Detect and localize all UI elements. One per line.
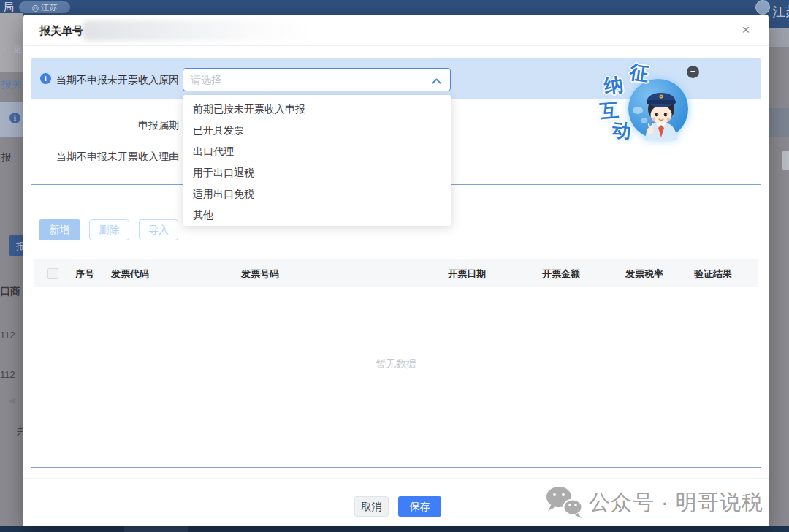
col-header-invoice-code: 发票代码 [111, 267, 149, 281]
save-button[interactable]: 保存 [398, 496, 441, 517]
empty-data-text: 暂无数据 [31, 357, 761, 370]
dropdown-option-reported-previously[interactable]: 前期已按未开票收入申报 [183, 99, 451, 120]
delete-button[interactable]: 删除 [89, 219, 129, 240]
col-header-seq: 序号 [75, 267, 94, 281]
dimmed-background-right-block [769, 28, 789, 47]
background-label-fragment: 报关 [1, 151, 12, 164]
footer-divider [23, 478, 769, 479]
background-total-fragment: 共 [17, 425, 23, 438]
title-divider [23, 45, 769, 46]
dropdown-option-invoice-issued[interactable]: 已开具发票 [183, 120, 451, 141]
region-pill: ◎ 江苏 [19, 1, 70, 13]
select-placeholder: 请选择 [191, 74, 221, 87]
dimmed-background-right-block [769, 108, 789, 137]
reason-dropdown-panel: 前期已按未开票收入申报 已开具发票 出口代理 用于出口退税 适用出口免税 其他 [183, 95, 451, 226]
background-tab-fragment: 报关单 [1, 78, 23, 91]
dropdown-option-export-tax-exempt[interactable]: 适用出口免税 [183, 183, 451, 205]
background-button-fragment: 报 [9, 235, 23, 256]
col-header-tax-rate: 发票税率 [625, 267, 663, 281]
import-button[interactable]: 导入 [139, 219, 178, 240]
mascot-char-dong: 动 [611, 117, 633, 145]
info-icon: i [9, 113, 20, 123]
info-icon: i [40, 73, 51, 84]
cancel-button[interactable]: 取消 [354, 496, 389, 517]
select-all-checkbox[interactable] [47, 268, 58, 279]
dropdown-option-export-tax-refund[interactable]: 用于出口退税 [183, 162, 451, 183]
back-link-fragment: ← 返 [1, 42, 23, 56]
background-row-value: 112 [0, 330, 15, 341]
screen: 局 ◎ 江苏 江苏 ← 返 报关单 i 报关 报 口商 112 112 ◀ 共 … [0, 0, 789, 532]
close-icon[interactable]: × [736, 20, 755, 39]
col-header-verify-result: 验证结果 [694, 267, 732, 281]
reason-select[interactable]: 请选择 [183, 68, 451, 91]
background-table-header-fragment: 口商 [0, 285, 23, 298]
add-button[interactable]: 新增 [39, 219, 80, 240]
wechat-icon [545, 485, 584, 520]
background-input-fragment [782, 151, 789, 170]
col-header-issue-date: 开票日期 [448, 267, 486, 281]
mascot-char-zheng: 征 [628, 59, 651, 87]
pagination-prev-icon: ◀ [9, 396, 15, 406]
dimmed-background-right [769, 28, 789, 526]
bottom-bar [0, 526, 789, 532]
tax-officer-mascot-icon [628, 78, 689, 140]
reason-banner-label: 当期不申报未开票收入原因 [56, 74, 179, 87]
col-header-amount: 开票金额 [542, 267, 580, 281]
col-header-invoice-number: 发票号码 [241, 267, 279, 281]
chevron-up-icon [432, 78, 441, 84]
dialog-title: 报关单号 [39, 24, 83, 38]
user-avatar-icon [755, 0, 770, 15]
mascot-minimize-button[interactable]: − [687, 66, 699, 78]
redacted-declaration-number [82, 20, 316, 41]
dropdown-option-other[interactable]: 其他 [183, 205, 451, 226]
dropdown-option-export-agent[interactable]: 出口代理 [183, 141, 451, 162]
mascot-char-na: 纳 [603, 72, 625, 99]
watermark-text: 公众号 · 明哥说税 [589, 488, 763, 517]
background-row-value: 112 [0, 369, 15, 380]
reason-text-label: 当期不申报未开票收入理由 [23, 151, 179, 164]
filing-period-label: 申报属期 [23, 119, 179, 132]
bottom-bar-segment [124, 526, 188, 532]
user-name-fragment: 江苏 [772, 3, 789, 20]
